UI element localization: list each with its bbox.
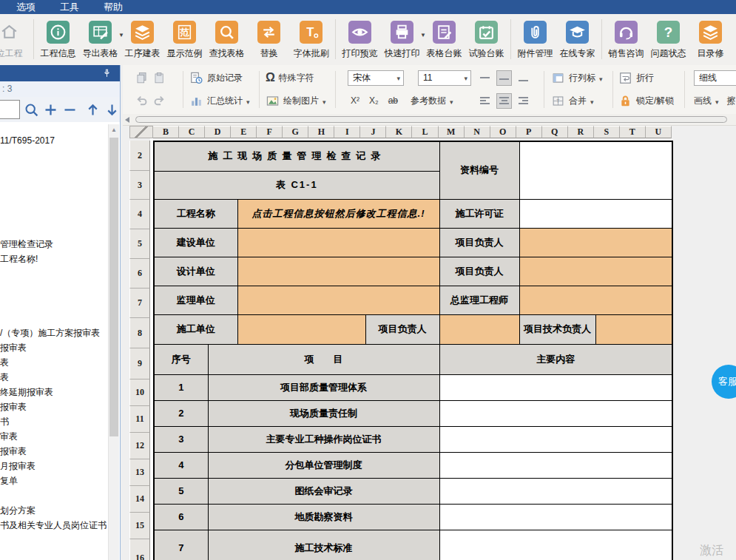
align-center-button[interactable] bbox=[496, 93, 512, 109]
construct-unit-label-cell[interactable]: 施工单位 bbox=[154, 314, 237, 344]
build-unit-label-cell[interactable]: 建设单位 bbox=[154, 228, 237, 257]
column-header-D[interactable]: D bbox=[205, 126, 231, 138]
scrollbar-thumb[interactable] bbox=[109, 138, 118, 436]
project-leader-label-cell[interactable]: 项目负责人 bbox=[365, 314, 439, 344]
align-left-button[interactable] bbox=[477, 93, 493, 109]
align-middle-button[interactable] bbox=[496, 70, 512, 86]
align-right-button[interactable] bbox=[516, 93, 531, 109]
column-header-K[interactable]: K bbox=[386, 126, 412, 138]
row-header-11[interactable]: 11 bbox=[129, 406, 150, 433]
cell-item-no[interactable]: 5 bbox=[154, 478, 208, 504]
column-header-J[interactable]: J bbox=[360, 126, 386, 138]
tree-item[interactable]: 月报审表 bbox=[0, 459, 108, 473]
project-name-value-cell[interactable]: 点击工程信息按钮然后修改工程信息.! bbox=[237, 199, 439, 228]
row-header-6[interactable]: 6 bbox=[129, 259, 150, 289]
hscrollbar-thumb[interactable] bbox=[135, 116, 727, 123]
pin-icon[interactable] bbox=[100, 67, 114, 81]
menu-item-工具[interactable]: 工具 bbox=[60, 0, 79, 14]
cell-item-text[interactable]: 现场质量责任制 bbox=[208, 400, 439, 426]
column-header-R[interactable]: R bbox=[568, 126, 594, 138]
lock-unlock-button[interactable]: 锁定/解锁 bbox=[618, 90, 674, 111]
column-header-U[interactable]: U bbox=[646, 126, 672, 138]
tree-item[interactable]: 书及相关专业人员岗位证书 bbox=[0, 518, 108, 533]
process-table-button[interactable]: 工序建表 bbox=[121, 14, 163, 60]
cell-item-content[interactable] bbox=[439, 478, 672, 504]
tree-item[interactable]: 管理检查记录 bbox=[0, 237, 108, 252]
align-bottom-button[interactable] bbox=[516, 70, 531, 86]
column-header-F[interactable]: F bbox=[257, 126, 283, 138]
cell-item-no[interactable]: 4 bbox=[154, 452, 208, 478]
row-header-5[interactable]: 5 bbox=[129, 229, 150, 259]
cell-item-text[interactable]: 地质勘察资料 bbox=[208, 504, 439, 530]
paste-icon[interactable] bbox=[152, 71, 166, 85]
column-header-G[interactable]: G bbox=[283, 126, 308, 138]
tree-item[interactable]: 工程名称! bbox=[0, 252, 108, 266]
project-info-button[interactable]: 工程信息 bbox=[37, 14, 79, 60]
cell-item-content[interactable] bbox=[439, 374, 672, 400]
design-unit-label-cell[interactable]: 设计单位 bbox=[154, 257, 237, 286]
cell-item-no[interactable]: 3 bbox=[154, 426, 208, 452]
superscript-button[interactable]: X² bbox=[348, 95, 362, 106]
tree-item[interactable]: 划分方案 bbox=[0, 503, 108, 518]
draw-picture-button[interactable]: 绘制图片 bbox=[266, 90, 326, 111]
construct-unit-value-cell[interactable] bbox=[237, 314, 365, 344]
replace-button[interactable]: 替换 bbox=[248, 14, 290, 60]
tree-item[interactable]: 报审表 bbox=[0, 444, 108, 459]
chief-engineer-value-cell[interactable] bbox=[519, 286, 672, 314]
design-leader-label-cell[interactable]: 项目负责人 bbox=[439, 257, 519, 286]
tree-item[interactable]: 表 bbox=[0, 355, 108, 370]
issue-status-button[interactable]: ?问题状态 bbox=[647, 14, 689, 60]
export-table-button[interactable]: 导出表格▼ bbox=[79, 14, 121, 60]
tree-item[interactable]: 终延期报审表 bbox=[0, 385, 108, 399]
column-header-I[interactable]: I bbox=[334, 126, 360, 138]
content-header-cell[interactable]: 主要内容 bbox=[439, 344, 672, 374]
cell-item-text[interactable]: 分包单位管理制度 bbox=[208, 452, 439, 478]
search-icon[interactable] bbox=[24, 101, 39, 118]
erase-line-button[interactable]: 擦 bbox=[727, 95, 736, 107]
tree-item[interactable]: 报审表 bbox=[0, 340, 108, 355]
cell-item-text[interactable]: 主要专业工种操作岗位证书 bbox=[208, 426, 439, 452]
copy-icon[interactable] bbox=[135, 71, 149, 85]
horizontal-scrollbar[interactable] bbox=[123, 114, 736, 126]
print-preview-button[interactable]: 打印预览 bbox=[339, 14, 381, 60]
tree-scrollbar[interactable]: ▲ bbox=[108, 124, 119, 560]
draw-line-button[interactable]: 画线 擦 bbox=[694, 90, 736, 111]
cell-item-text[interactable]: 施工技术标准 bbox=[208, 530, 439, 560]
row-header-7[interactable]: 7 bbox=[129, 289, 150, 318]
collapse-icon[interactable] bbox=[62, 101, 78, 118]
tree-search-input[interactable] bbox=[0, 100, 20, 119]
show-sample-button[interactable]: 范显示范例 bbox=[163, 14, 206, 60]
row-header-12[interactable]: 12 bbox=[129, 433, 150, 459]
scroll-up-arrow[interactable]: ▲ bbox=[109, 124, 119, 135]
catalog-edit-button[interactable]: 目录修 bbox=[689, 14, 732, 60]
item-header-cell[interactable]: 项 目 bbox=[208, 344, 439, 374]
row-col-header-button[interactable]: 行列标 bbox=[551, 67, 603, 88]
cell-item-content[interactable] bbox=[439, 530, 672, 560]
row-header-8[interactable]: 8 bbox=[129, 318, 150, 348]
no-header-cell[interactable]: 序号 bbox=[154, 344, 208, 374]
line-style-select[interactable]: 细线 bbox=[694, 70, 736, 86]
project-leader-value-cell[interactable] bbox=[439, 314, 519, 344]
row-header-15[interactable]: 15 bbox=[129, 513, 150, 539]
align-top-button[interactable] bbox=[477, 70, 493, 86]
tree-item[interactable]: 复单 bbox=[0, 473, 108, 488]
font-brush-button[interactable]: T字体批刷 bbox=[290, 14, 332, 60]
build-leader-label-cell[interactable]: 项目负责人 bbox=[439, 228, 519, 257]
strikethrough-button[interactable]: ab bbox=[385, 95, 401, 106]
select-all-corner[interactable] bbox=[129, 126, 153, 138]
wrap-button[interactable]: 折行 bbox=[618, 67, 674, 88]
column-header-E[interactable]: E bbox=[231, 126, 257, 138]
test-ledger-button[interactable]: 试验台账 bbox=[465, 14, 507, 60]
build-leader-value-cell[interactable] bbox=[519, 228, 672, 257]
move-up-icon[interactable] bbox=[85, 101, 101, 118]
subscript-button[interactable]: X₂ bbox=[366, 95, 382, 106]
project-name-label-cell[interactable]: 工程名称 bbox=[154, 199, 237, 228]
tech-leader-value-cell[interactable] bbox=[595, 314, 672, 344]
permit-label-cell[interactable]: 施工许可证 bbox=[439, 199, 519, 228]
cell-item-text[interactable]: 项目部质量管理体系 bbox=[208, 374, 439, 400]
row-header-2[interactable]: 2 bbox=[129, 141, 150, 171]
redo-icon[interactable] bbox=[152, 94, 166, 108]
column-header-L[interactable]: L bbox=[412, 126, 438, 138]
tree-item[interactable]: 11/T695-2017 bbox=[0, 133, 108, 148]
doc-no-label-cell[interactable]: 资料编号 bbox=[439, 141, 519, 199]
